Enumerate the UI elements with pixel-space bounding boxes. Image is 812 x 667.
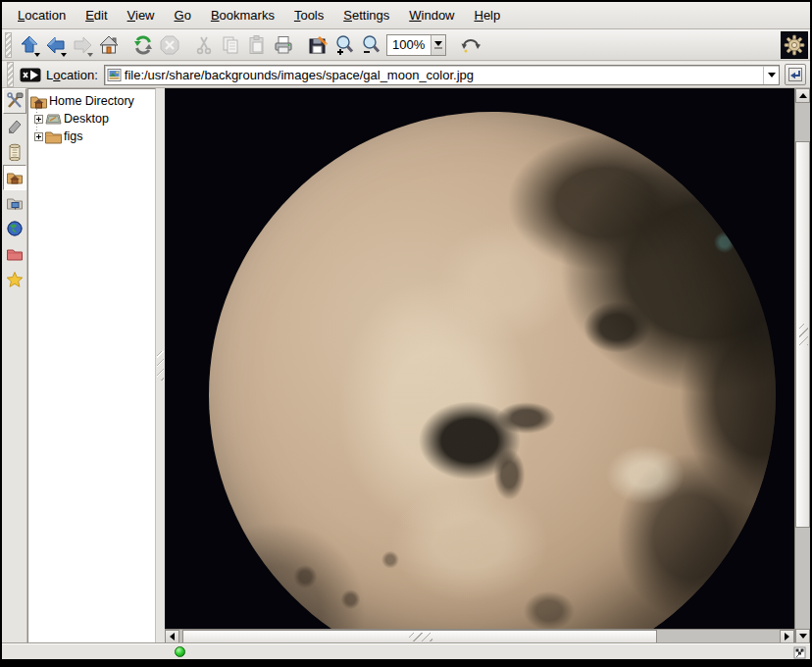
scroll-right-button[interactable]: [780, 630, 794, 643]
zoom-level-value[interactable]: 100%: [387, 35, 431, 55]
stop-button: [156, 31, 182, 59]
location-label: Location:: [46, 68, 98, 82]
location-combobox[interactable]: file:/usr/share/backgrounds/images/space…: [104, 65, 780, 85]
menu-item-go[interactable]: Go: [165, 4, 201, 26]
panel-splitter[interactable]: [156, 88, 165, 643]
up-button[interactable]: [16, 31, 42, 59]
directory-tree-panel: Home DirectoryDesktopfigs: [27, 88, 156, 643]
sidebar-web-button[interactable]: [3, 216, 26, 241]
zoom-in-icon: [333, 34, 355, 56]
globe-icon: [6, 220, 24, 237]
sidebar-network-button[interactable]: [3, 190, 26, 216]
arrow-left-icon: [170, 633, 175, 641]
forward-dropdown-arrow: [87, 53, 93, 57]
paste-icon: [246, 34, 268, 56]
sidebar-icon-strip: [2, 88, 27, 643]
expander-plus-icon[interactable]: [34, 132, 43, 141]
reload-button[interactable]: [129, 31, 156, 59]
clear-location-button[interactable]: [20, 67, 41, 82]
main-toolbar: 100%: [2, 29, 810, 61]
menu-item-help[interactable]: Help: [465, 4, 511, 26]
printer-icon: [273, 34, 294, 56]
vertical-scrollbar[interactable]: [794, 88, 810, 643]
konqueror-window: LocationEditViewGoBookmarksToolsSettings…: [0, 0, 812, 667]
sidebar-bookmarks-button[interactable]: [3, 114, 26, 139]
save-as-button[interactable]: [304, 31, 330, 59]
back-dropdown-arrow[interactable]: [61, 53, 67, 57]
scroll-down-button[interactable]: [795, 629, 810, 643]
stop-icon: [159, 34, 180, 56]
statusbar: [2, 643, 810, 659]
save-as-floppy-icon: [307, 34, 329, 56]
kde-gear-icon: [783, 33, 806, 57]
menu-item-edit[interactable]: Edit: [76, 4, 117, 26]
zoom-in-button[interactable]: [330, 31, 357, 59]
clear-location-icon: [20, 68, 41, 82]
menu-item-location[interactable]: Location: [8, 4, 76, 26]
zoom-out-button[interactable]: [357, 31, 383, 59]
rotate-icon: [460, 34, 482, 56]
history-scroll-icon: [6, 143, 24, 161]
horizontal-scrollbar[interactable]: [165, 629, 794, 643]
zoom-level-combo[interactable]: 100%: [386, 34, 446, 56]
paste-button: [243, 31, 270, 59]
active-view-led-indicator: [175, 646, 185, 657]
tree-item-label[interactable]: Home Directory: [49, 94, 134, 108]
home-icon: [98, 34, 120, 56]
desktop-icon: [45, 112, 62, 127]
up-dropdown-arrow[interactable]: [34, 53, 40, 57]
zoom-out-icon: [360, 34, 381, 56]
print-button[interactable]: [270, 31, 296, 59]
chevron-down-icon: [768, 73, 776, 77]
splitter-grip[interactable]: [157, 351, 164, 381]
bookmark-icon: [6, 118, 24, 135]
menu-item-tools[interactable]: Tools: [284, 4, 333, 26]
sidebar-history-button[interactable]: [3, 139, 26, 165]
reload-icon: [132, 34, 154, 56]
home-folder-icon: [6, 169, 24, 186]
menu-item-window[interactable]: Window: [399, 4, 464, 26]
location-dropdown-button[interactable]: [763, 66, 779, 84]
zoom-dropdown-button[interactable]: [431, 35, 445, 55]
configure-tools-icon: [6, 92, 24, 110]
tree-item-home[interactable]: Home Directory: [30, 92, 155, 110]
arrow-down-icon: [799, 634, 807, 639]
tree-item-label[interactable]: figs: [64, 129, 82, 143]
menu-item-settings[interactable]: Settings: [333, 4, 399, 26]
location-url-text[interactable]: file:/usr/share/backgrounds/images/space…: [125, 68, 763, 82]
sidebar-root-folder-button[interactable]: [3, 241, 26, 267]
arrow-up-icon: [799, 93, 807, 98]
horizontal-scroll-thumb[interactable]: [182, 630, 657, 643]
network-folder-icon: [6, 194, 24, 212]
forward-button: [69, 31, 95, 59]
cut-button: [190, 31, 217, 59]
go-button[interactable]: [785, 64, 806, 85]
page-flag-icon[interactable]: [793, 646, 806, 662]
locationbar-drag-handle[interactable]: [7, 62, 14, 87]
sidebar-configure-button[interactable]: [3, 88, 26, 114]
copy-button: [217, 31, 243, 59]
copy-icon: [220, 34, 241, 56]
image-view: [165, 88, 794, 629]
sidebar-home-folder-button[interactable]: [3, 165, 26, 190]
star-icon: [6, 271, 24, 288]
menubar: LocationEditViewGoBookmarksToolsSettings…: [2, 2, 810, 29]
toolbar-drag-handle[interactable]: [5, 32, 12, 58]
menu-item-bookmarks[interactable]: Bookmarks: [201, 4, 284, 26]
tree-item-label[interactable]: Desktop: [64, 112, 109, 126]
menu-item-view[interactable]: View: [118, 4, 165, 26]
chevron-down-icon: [434, 41, 442, 46]
tree-item-desktop[interactable]: Desktop: [30, 110, 155, 128]
expander-plus-icon[interactable]: [34, 115, 43, 124]
moon-image: [209, 112, 776, 629]
home-button[interactable]: [95, 31, 122, 59]
konqueror-throbber[interactable]: [781, 31, 808, 59]
tree-item-figs[interactable]: figs: [30, 128, 155, 145]
vertical-scroll-thumb[interactable]: [795, 141, 810, 528]
folder-home-icon: [30, 94, 47, 109]
scroll-up-button[interactable]: [795, 88, 810, 103]
sidebar-services-button[interactable]: [3, 267, 26, 292]
back-button[interactable]: [42, 31, 69, 59]
rotate-button[interactable]: [457, 31, 483, 59]
scroll-left-button[interactable]: [165, 630, 179, 643]
